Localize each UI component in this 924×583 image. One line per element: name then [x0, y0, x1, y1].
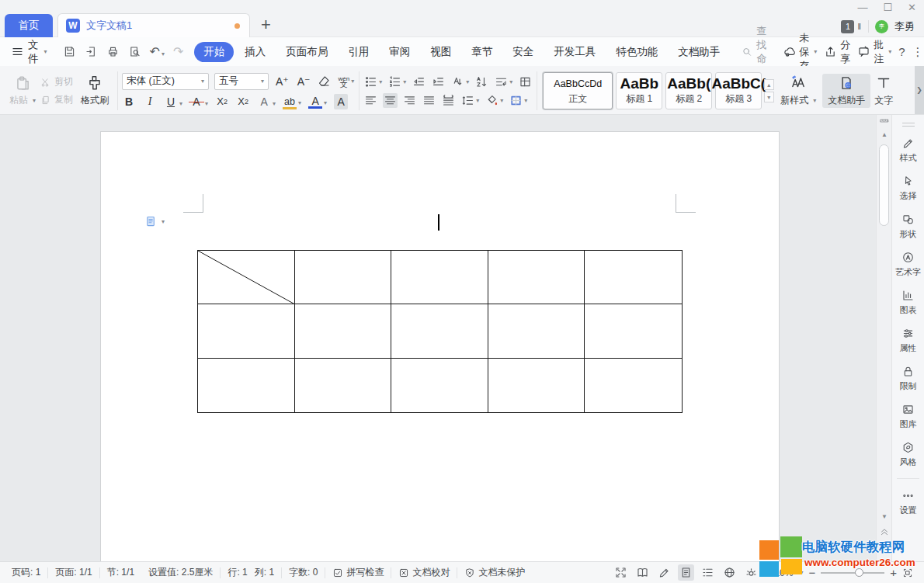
file-menu[interactable]: 文件 ▾ [11, 38, 47, 66]
read-layout-button[interactable] [634, 564, 651, 581]
table-cell-r0c4[interactable] [585, 251, 682, 304]
bold-button[interactable]: B [122, 94, 136, 109]
sidebar-item-属性[interactable]: 属性 [892, 321, 924, 359]
bullet-list-button[interactable]: ▾ [363, 75, 383, 89]
comment-button[interactable]: 批注 ▾ [857, 38, 891, 66]
page-options-button[interactable]: ▾ [144, 215, 165, 228]
underline-button[interactable]: U▾ [164, 94, 182, 109]
clear-format-button[interactable] [317, 74, 332, 88]
ink-mode-button[interactable] [656, 564, 672, 581]
more-options-button[interactable]: ⋮ [912, 45, 924, 59]
document-page[interactable]: ▾ [101, 132, 779, 561]
redo-button[interactable]: ↷ [173, 46, 183, 58]
decrease-font-button[interactable]: A⁻ [296, 74, 312, 89]
ribbon-expand-strip[interactable]: ❯ [915, 66, 924, 114]
close-button[interactable]: ✕ [908, 2, 916, 13]
increase-indent-button[interactable] [431, 75, 446, 89]
menu-tab-插入[interactable]: 插入 [235, 42, 275, 62]
table-cell-r2c0[interactable] [198, 359, 295, 412]
menu-tab-章节[interactable]: 章节 [462, 42, 502, 62]
line-spacing-button[interactable]: ▾ [460, 93, 480, 108]
zoom-in-button[interactable]: + [890, 566, 897, 579]
doc-assistant-button[interactable]: 文档助手 [822, 74, 870, 108]
print-preview-icon[interactable] [128, 45, 141, 58]
font-color-button[interactable]: A▾ [308, 94, 327, 109]
sidebar-item-设置[interactable]: 设置 [892, 484, 924, 522]
scroll-up-arrow[interactable]: ▲ [881, 132, 888, 138]
italic-button[interactable]: I [143, 94, 157, 109]
menu-tab-特色功能[interactable]: 特色功能 [606, 42, 667, 62]
decrease-indent-button[interactable] [412, 75, 426, 89]
menu-tab-视图[interactable]: 视图 [421, 42, 460, 62]
help-button[interactable]: ? [898, 45, 905, 58]
document-tab[interactable]: W 文字文稿1 [57, 13, 250, 37]
text-direction-button[interactable]: ▾ [450, 75, 470, 89]
web-layout-button[interactable] [721, 564, 738, 581]
align-left-button[interactable] [363, 93, 378, 108]
table-cell-r1c4[interactable] [585, 304, 682, 358]
menu-tab-引用[interactable]: 引用 [339, 42, 378, 62]
doc-proof-button[interactable]: 文档校对 [391, 566, 457, 579]
align-right-button[interactable] [402, 93, 417, 108]
table-cell-r1c0[interactable] [198, 304, 295, 358]
strikethrough-button[interactable]: A▾ [189, 94, 208, 109]
table-cell-r2c3[interactable] [488, 359, 585, 412]
status-word-count[interactable]: 字数: 0 [282, 566, 325, 579]
table-cell-r0c2[interactable] [391, 251, 488, 304]
table-cell-r2c4[interactable] [585, 359, 682, 412]
document-area[interactable]: ▾ [0, 115, 876, 561]
previous-page-icon[interactable] [879, 526, 890, 536]
page-view-button[interactable] [678, 564, 694, 581]
home-tab[interactable]: 首页 [5, 14, 53, 37]
superscript-button[interactable]: X2 [215, 94, 229, 109]
borders-button[interactable]: ▾ [509, 93, 528, 108]
save-icon[interactable] [63, 45, 76, 58]
copy-button[interactable]: 复制 [40, 93, 73, 106]
table-cell-r0c3[interactable] [488, 251, 585, 304]
sidebar-item-风格[interactable]: 风格 [892, 436, 924, 474]
print-icon[interactable] [106, 45, 120, 58]
menu-tab-开始[interactable]: 开始 [194, 42, 234, 62]
sidebar-item-限制[interactable]: 限制 [892, 359, 924, 397]
subscript-button[interactable]: X2 [236, 94, 250, 109]
menu-tab-安全[interactable]: 安全 [503, 42, 543, 62]
paste-button[interactable]: 粘贴▾ [5, 74, 40, 108]
text-tool-button[interactable]: 文字 [870, 74, 897, 108]
style-card-标题 1[interactable]: AaBb标题 1 [616, 72, 662, 109]
zoom-slider[interactable] [821, 572, 884, 574]
scroll-down-arrow[interactable]: ▼ [881, 514, 888, 520]
sidebar-item-图库[interactable]: 图库 [892, 397, 924, 436]
font-size-select[interactable]: 五号▾ [214, 73, 269, 90]
format-painter-button[interactable]: 格式刷 [73, 74, 113, 108]
sidebar-item-形状[interactable]: 形状 [892, 207, 924, 245]
document-table[interactable] [197, 250, 683, 413]
sidebar-item-艺术字[interactable]: 艺术字 [892, 245, 924, 283]
font-name-select[interactable]: 宋体 (正文)▾ [122, 73, 209, 90]
table-cell-r0c1[interactable] [295, 251, 392, 304]
select-browse-object[interactable] [882, 542, 888, 547]
status-page-count[interactable]: 页面: 1/1 [48, 566, 99, 579]
new-style-button[interactable]: 新样式▾ [774, 74, 822, 108]
share-button[interactable]: 分享 [824, 38, 850, 66]
text-effects-button[interactable]: A▾ [257, 94, 276, 109]
scrollbar-thumb[interactable] [879, 144, 889, 226]
outline-view-button[interactable] [700, 564, 716, 581]
vertical-scrollbar[interactable]: ▲ ▼ [876, 115, 891, 561]
highlight-button[interactable]: ab▾ [283, 94, 301, 109]
fullscreen-view-button[interactable] [613, 564, 629, 581]
minimize-button[interactable]: — [857, 2, 867, 13]
sidebar-item-图表[interactable]: 图表 [892, 283, 924, 321]
fit-page-icon[interactable] [902, 567, 913, 578]
maximize-button[interactable]: ☐ [883, 2, 892, 13]
status-section[interactable]: 节: 1/1 [100, 566, 141, 579]
increase-font-button[interactable]: A⁺ [274, 74, 290, 89]
distribute-button[interactable] [441, 93, 456, 108]
sidebar-item-样式[interactable]: 样式 [892, 131, 924, 169]
shading-button[interactable]: ▾ [485, 93, 504, 108]
status-margin-setting[interactable]: 设置值: 2.5厘米 [141, 566, 220, 579]
cut-button[interactable]: 剪切 [40, 75, 73, 88]
table-cell-r1c3[interactable] [488, 304, 585, 358]
table-cell-r0c0[interactable] [198, 251, 295, 304]
menu-tab-开发工具[interactable]: 开发工具 [544, 42, 605, 62]
show-marks-button[interactable]: ▾ [494, 75, 513, 89]
